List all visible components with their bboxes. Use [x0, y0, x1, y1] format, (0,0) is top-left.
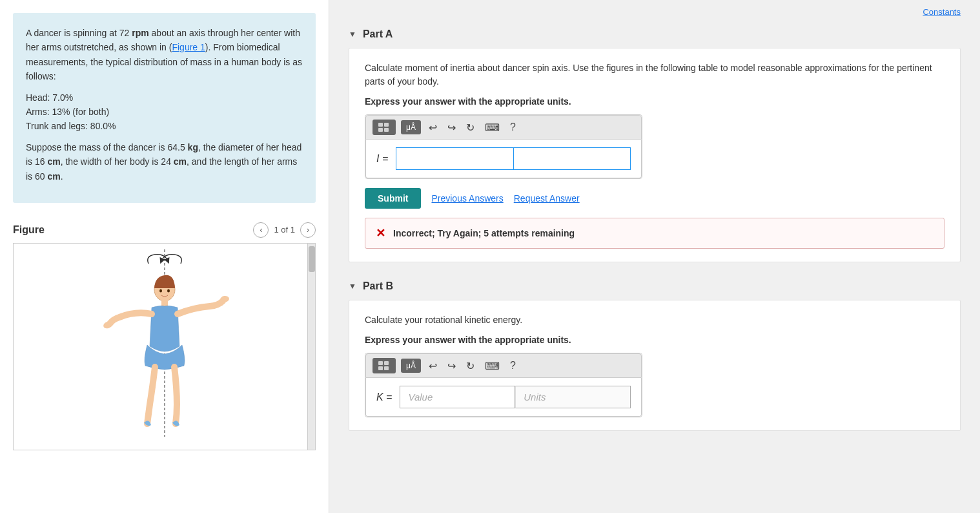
part-b-description: Calculate your rotational kinetic energy…: [365, 313, 944, 327]
svg-rect-7: [378, 123, 383, 127]
kg-unit: kg: [188, 142, 198, 152]
figure-section: Figure ‹ 1 of 1 ›: [13, 222, 316, 450]
scrollbar-thumb: [309, 246, 315, 272]
part-b-mu-btn[interactable]: μÅ: [401, 359, 421, 373]
figure-link[interactable]: Figure 1: [172, 42, 205, 52]
part-b-section: ▼ Part B Calculate your rotational kinet…: [349, 275, 961, 431]
right-panel: Constants ▼ Part A Calculate moment of i…: [329, 0, 980, 513]
head-cm-unit: cm: [47, 156, 60, 167]
svg-rect-8: [384, 123, 389, 127]
part-b-math-label: K =: [376, 392, 392, 403]
part-a-error-box: ✕ Incorrect; Try Again; 5 attempts remai…: [365, 218, 944, 249]
svg-point-6: [167, 289, 170, 293]
figure-prev-btn[interactable]: ‹: [253, 222, 269, 238]
part-b-matrix-icon: [378, 361, 391, 371]
part-a-description: Calculate moment of inertia about dancer…: [365, 61, 944, 89]
problem-text-1: A dancer is spinning at 72 rpm about an …: [26, 26, 303, 84]
svg-rect-11: [378, 361, 383, 365]
part-a-redo-btn[interactable]: ↪: [445, 120, 458, 135]
svg-rect-13: [378, 366, 383, 370]
part-a-refresh-btn[interactable]: ↻: [464, 120, 477, 135]
part-b-value-input[interactable]: [400, 386, 515, 408]
problem-text-2: Suppose the mass of the dancer is 64.5 k…: [26, 140, 303, 183]
part-b-help-btn[interactable]: ?: [507, 359, 518, 373]
part-b-redo-btn[interactable]: ↪: [445, 359, 458, 373]
part-a-matrix-btn[interactable]: [373, 120, 396, 135]
part-b-label: Part B: [363, 280, 393, 292]
part-b-express-label: Express your answer with the appropriate…: [365, 335, 944, 345]
part-b-keyboard-btn[interactable]: ⌨: [482, 359, 502, 373]
part-a-header: ▼ Part A: [349, 23, 961, 48]
part-a-math-label: I =: [376, 153, 388, 165]
arms-cm-unit: cm: [47, 171, 60, 182]
part-a-submit-btn[interactable]: Submit: [365, 188, 421, 209]
svg-rect-10: [384, 128, 389, 132]
part-a-keyboard-btn[interactable]: ⌨: [482, 120, 502, 135]
part-a-undo-btn[interactable]: ↩: [426, 120, 440, 135]
left-panel: A dancer is spinning at 72 rpm about an …: [0, 0, 329, 513]
part-a-request-answer-link[interactable]: Request Answer: [514, 193, 580, 204]
trunk-stat: Trunk and legs: 80.0%: [26, 119, 303, 133]
head-stat: Head: 7.0%: [26, 90, 303, 105]
svg-point-5: [159, 289, 162, 293]
part-a-units-input[interactable]: [514, 147, 631, 170]
part-b-content: Calculate your rotational kinetic energy…: [349, 300, 961, 431]
svg-rect-12: [384, 361, 389, 365]
part-a-label: Part A: [363, 28, 393, 40]
error-icon: ✕: [376, 226, 385, 240]
constants-link-area: Constants: [349, 6, 961, 17]
part-a-collapse-arrow[interactable]: ▼: [349, 30, 356, 39]
constants-link[interactable]: Constants: [923, 7, 961, 17]
part-a-toolbar: μÅ ↩ ↪ ↻ ⌨ ?: [365, 115, 642, 140]
part-b-units-input[interactable]: [515, 386, 631, 408]
part-a-value-input[interactable]: [396, 147, 513, 170]
body-stats: Head: 7.0% Arms: 13% (for both) Trunk an…: [26, 90, 303, 134]
part-b-input-area: K =: [365, 378, 642, 417]
part-a-help-btn[interactable]: ?: [507, 120, 518, 134]
matrix-icon: [378, 122, 391, 132]
part-b-toolbar: μÅ ↩ ↪ ↻ ⌨ ?: [365, 353, 642, 378]
figure-nav: ‹ 1 of 1 ›: [253, 222, 316, 238]
part-a-input-area: I =: [365, 140, 642, 178]
dancer-svg: [90, 249, 239, 443]
part-a-action-row: Submit Previous Answers Request Answer: [365, 188, 944, 209]
part-a-content: Calculate moment of inertia about dancer…: [349, 48, 961, 262]
part-b-mu-icon: μÅ: [406, 361, 416, 370]
part-b-undo-btn[interactable]: ↩: [426, 359, 440, 373]
figure-image-area: [13, 244, 316, 450]
part-a-error-text: Incorrect; Try Again; 5 attempts remaini…: [393, 228, 575, 238]
figure-header: Figure ‹ 1 of 1 ›: [13, 222, 316, 244]
figure-count: 1 of 1: [274, 225, 295, 235]
problem-box: A dancer is spinning at 72 rpm about an …: [13, 13, 316, 203]
part-b-header: ▼ Part B: [349, 275, 961, 300]
part-a-mu-btn[interactable]: μÅ: [401, 120, 421, 134]
mu-icon: μÅ: [406, 123, 416, 132]
part-a-section: ▼ Part A Calculate moment of inertia abo…: [349, 23, 961, 262]
arms-stat: Arms: 13% (for both): [26, 105, 303, 119]
figure-next-btn[interactable]: ›: [300, 222, 316, 238]
part-b-matrix-btn[interactable]: [373, 358, 396, 373]
part-a-express-label: Express your answer with the appropriate…: [365, 96, 944, 107]
figure-title: Figure: [13, 224, 45, 236]
body-cm-unit: cm: [174, 156, 187, 167]
rpm-unit: rpm: [132, 28, 148, 38]
part-b-collapse-arrow[interactable]: ▼: [349, 282, 356, 291]
svg-rect-14: [384, 366, 389, 370]
part-a-prev-answers-link[interactable]: Previous Answers: [431, 193, 503, 204]
scrollbar[interactable]: [307, 244, 315, 450]
svg-rect-9: [378, 128, 383, 132]
part-b-refresh-btn[interactable]: ↻: [464, 359, 477, 373]
